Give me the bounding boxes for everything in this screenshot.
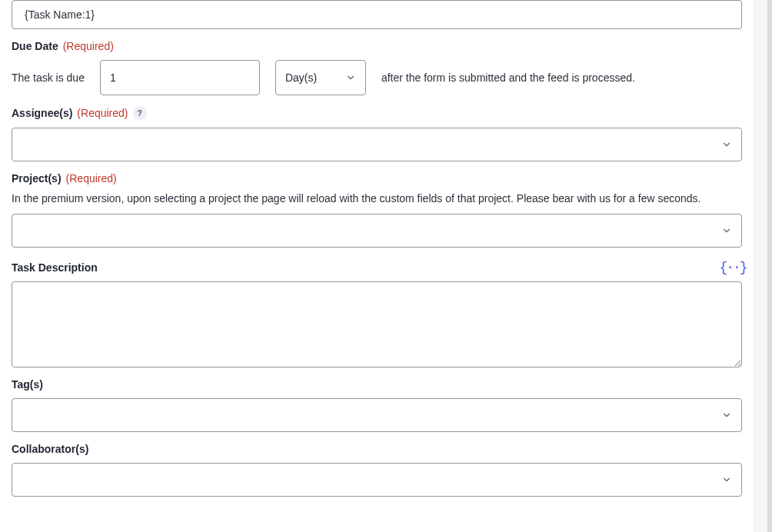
task-name-field: {Task Name:1} bbox=[12, 0, 742, 29]
tags-label: Tag(s) bbox=[12, 378, 43, 391]
collaborators-label-text: Collaborator(s) bbox=[12, 443, 88, 455]
description-textarea[interactable] bbox=[12, 281, 742, 367]
scrollbar-strip[interactable] bbox=[767, 0, 772, 532]
due-date-label: Due Date (Required) bbox=[12, 40, 114, 52]
task-name-input[interactable]: {Task Name:1} bbox=[12, 0, 742, 29]
due-date-field: Due Date (Required) The task is due Day(… bbox=[12, 40, 742, 95]
due-date-unit-selected: Day(s) bbox=[285, 71, 317, 84]
tags-field: Tag(s) bbox=[12, 378, 742, 432]
collaborators-field: Collaborator(s) bbox=[12, 443, 742, 497]
collaborators-select[interactable] bbox=[12, 463, 742, 497]
tags-label-text: Tag(s) bbox=[12, 378, 43, 391]
chevron-down-icon bbox=[721, 474, 732, 485]
projects-required: (Required) bbox=[66, 172, 117, 185]
due-date-required: (Required) bbox=[63, 40, 114, 52]
chevron-down-icon bbox=[345, 72, 356, 83]
outer-gap bbox=[754, 0, 767, 532]
help-icon[interactable]: ? bbox=[133, 106, 147, 120]
due-date-unit-select[interactable]: Day(s) bbox=[275, 60, 366, 95]
assignees-required: (Required) bbox=[77, 107, 128, 119]
due-date-lead-text: The task is due bbox=[12, 71, 85, 84]
chevron-down-icon bbox=[721, 139, 732, 150]
due-date-tail-text: after the form is submitted and the feed… bbox=[381, 71, 635, 84]
chevron-down-icon bbox=[721, 410, 732, 421]
collaborators-label: Collaborator(s) bbox=[12, 443, 88, 455]
assignees-label-text: Assignee(s) bbox=[12, 107, 72, 119]
tags-select[interactable] bbox=[12, 398, 742, 432]
description-label-text: Task Description bbox=[12, 261, 98, 274]
projects-note: In the premium version, upon selecting a… bbox=[12, 191, 742, 206]
chevron-down-icon bbox=[721, 225, 732, 236]
assignees-label: Assignee(s) (Required) ? bbox=[12, 106, 147, 120]
projects-select[interactable] bbox=[12, 214, 742, 248]
projects-field: Project(s) (Required) In the premium ver… bbox=[12, 172, 742, 248]
due-date-label-text: Due Date bbox=[12, 40, 58, 52]
due-date-number-input[interactable] bbox=[100, 60, 260, 95]
assignees-field: Assignee(s) (Required) ? bbox=[12, 106, 742, 161]
projects-label: Project(s) (Required) bbox=[12, 172, 117, 185]
assignees-select[interactable] bbox=[12, 128, 742, 161]
description-label: Task Description bbox=[12, 261, 98, 274]
projects-label-text: Project(s) bbox=[12, 172, 62, 185]
description-field: Task Description {··} bbox=[12, 258, 742, 367]
merge-tag-icon[interactable]: {··} bbox=[724, 258, 742, 277]
task-name-value: {Task Name:1} bbox=[25, 8, 95, 21]
